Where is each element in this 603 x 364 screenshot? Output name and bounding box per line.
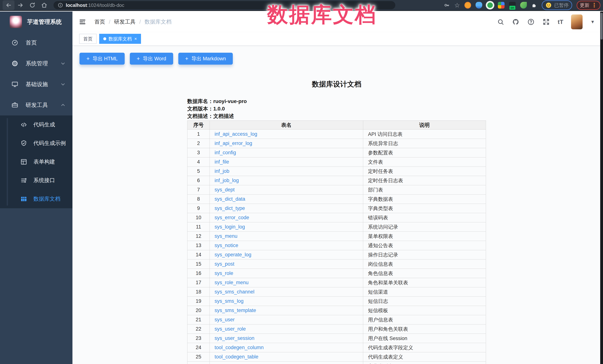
document-info: 数据库名：ruoyi-vue-pro文档版本：1.0.0文档描述：文档描述	[187, 98, 486, 120]
tag-close-icon[interactable]: ×	[134, 36, 137, 41]
sidebar-item-label: 代码生成	[34, 121, 65, 128]
help-icon[interactable]	[527, 18, 535, 26]
shield-check-icon	[20, 140, 28, 147]
table-name-cell: tool_test_demo	[210, 362, 363, 364]
chevron-up-icon	[60, 103, 65, 108]
table-name-link[interactable]: inf_file	[215, 159, 229, 165]
sidebar-item-code[interactable]: 代码生成	[0, 115, 72, 134]
document-info-line: 文档描述：文档描述	[187, 113, 486, 120]
table-name-link[interactable]: sys_role_menu	[215, 280, 249, 285]
url-text: localhost:1024/tool/db-doc	[66, 2, 124, 8]
extension-icon[interactable]: on	[509, 2, 516, 9]
sidebar-item-api[interactable]: 系统接口	[0, 171, 72, 190]
tags-view-bar: 首页数据库文档×	[72, 32, 603, 46]
font-size-icon[interactable]: tT	[558, 19, 563, 25]
table-row: 19sys_sms_log短信日志	[187, 297, 486, 306]
table-name-link[interactable]: sys_post	[215, 261, 234, 267]
tag-item[interactable]: 首页	[79, 34, 97, 44]
table-name-link[interactable]: inf_api_error_log	[215, 141, 252, 146]
fullscreen-icon[interactable]	[543, 18, 550, 26]
table-name-link[interactable]: sys_error_code	[215, 215, 249, 220]
browser-update-button[interactable]: 更新 ⋮	[577, 1, 600, 10]
row-index: 10	[187, 213, 210, 222]
table-name-link[interactable]: sys_sms_template	[215, 308, 256, 313]
table-description-cell: 错误码表	[363, 213, 486, 222]
table-description-cell: 代码生成表字段定义	[363, 343, 486, 352]
row-index: 3	[187, 148, 210, 157]
table-row: 17sys_role_menu角色和菜单关联表	[187, 278, 486, 287]
extension-icon[interactable]	[475, 2, 482, 9]
chevron-down-icon[interactable]: ▼	[590, 19, 595, 24]
sidebar-item-db-table[interactable]: 数据库文档	[0, 190, 72, 208]
browser-forward-button[interactable]	[14, 0, 26, 10]
export-word-button[interactable]: + 导出 Word	[130, 53, 173, 65]
table-name-link[interactable]: inf_api_access_log	[215, 131, 257, 137]
info-label: 数据库名：	[187, 98, 213, 104]
table-name-link[interactable]: sys_menu	[215, 233, 237, 239]
table-name-link[interactable]: sys_sms_channel	[215, 289, 255, 295]
breadcrumb-item[interactable]: 首页	[94, 18, 105, 26]
table-name-link[interactable]: sys_dept	[215, 187, 235, 192]
table-name-link[interactable]: inf_config	[215, 150, 236, 155]
user-avatar[interactable]	[571, 14, 583, 29]
table-name-link[interactable]: inf_job_log	[215, 178, 239, 183]
password-key-icon[interactable]	[444, 2, 450, 8]
table-name-cell: sys_login_log	[210, 222, 363, 232]
breadcrumb-item[interactable]: 研发工具	[114, 18, 136, 26]
sidebar-collapse-button[interactable]	[79, 18, 86, 26]
export-markdown-button[interactable]: + 导出 Markdown	[178, 53, 233, 65]
table-row: 23sys_user_session用户在线 Session	[187, 334, 486, 343]
browser-back-button[interactable]	[3, 0, 14, 10]
table-name-link[interactable]: sys_user_session	[215, 335, 255, 341]
browser-menu-dots-icon[interactable]: ⋮	[591, 2, 597, 8]
address-bar[interactable]: localhost:1024/tool/db-doc	[54, 1, 395, 9]
export-html-button[interactable]: + 导出 HTML	[80, 53, 125, 65]
table-name-link[interactable]: sys_sms_log	[215, 298, 244, 304]
sidebar-item-label: 研发工具	[26, 101, 54, 109]
info-value: 文档描述	[213, 113, 234, 119]
table-name-link[interactable]: sys_dict_data	[215, 196, 245, 202]
paused-extension-chip[interactable]: 已暂停	[542, 0, 572, 10]
search-icon[interactable]	[497, 18, 504, 25]
table-name-link[interactable]: sys_dict_type	[215, 206, 245, 211]
sidebar-item-toolbox[interactable]: 研发工具	[0, 95, 72, 115]
table-name-link[interactable]: sys_user	[215, 317, 235, 322]
table-name-cell: sys_role_menu	[210, 278, 363, 287]
extension-icon[interactable]	[487, 2, 493, 9]
table-description-cell: 短信模板	[363, 306, 486, 315]
puzzle-extensions-icon[interactable]	[531, 2, 537, 8]
table-row: 2inf_api_error_log系统异常日志	[187, 139, 486, 148]
table-name-link[interactable]: sys_login_log	[215, 224, 245, 230]
table-description-cell: 菜单权限表	[363, 232, 486, 241]
chevron-down-icon	[60, 82, 65, 87]
row-index: 23	[187, 334, 210, 343]
table-description-cell: API 访问日志表	[363, 130, 486, 139]
sidebar-item-gear[interactable]: 系统管理	[0, 53, 72, 74]
table-name-link[interactable]: sys_user_role	[215, 326, 246, 332]
table-name-link[interactable]: tool_codegen_column	[215, 345, 264, 350]
bookmark-star-icon[interactable]: ☆	[454, 2, 460, 8]
page-scrollbar-thumb[interactable]	[601, 13, 603, 40]
table-name-link[interactable]: tool_codegen_table	[215, 354, 258, 360]
table-row: 5inf_job定时任务表	[187, 167, 486, 176]
sidebar-item-monitor[interactable]: 基础设施	[0, 74, 72, 95]
extension-icon[interactable]	[464, 2, 471, 9]
github-icon[interactable]	[512, 18, 519, 26]
extension-icon[interactable]	[520, 2, 527, 9]
table-name-link[interactable]: sys_notice	[215, 243, 238, 248]
tag-item[interactable]: 数据库文档×	[99, 34, 141, 44]
row-index: 13	[187, 241, 210, 250]
sidebar-item-dashboard[interactable]: 首页	[0, 32, 72, 53]
browser-reload-button[interactable]	[26, 0, 38, 10]
table-name-link[interactable]: tool_test_demo	[215, 363, 249, 364]
extension-icon[interactable]	[498, 2, 505, 9]
table-name-link[interactable]: inf_job	[215, 168, 229, 174]
table-name-link[interactable]: sys_role	[215, 270, 233, 276]
table-name-link[interactable]: sys_operate_log	[215, 252, 251, 257]
table-name-cell: sys_sms_template	[210, 306, 363, 315]
site-info-icon[interactable]	[58, 2, 63, 8]
sidebar-item-form[interactable]: 表单构建	[0, 153, 72, 171]
browser-home-button[interactable]	[38, 0, 50, 10]
table-name-cell: sys_dict_type	[210, 204, 363, 213]
sidebar-item-shield-check[interactable]: 代码生成示例	[0, 134, 72, 153]
